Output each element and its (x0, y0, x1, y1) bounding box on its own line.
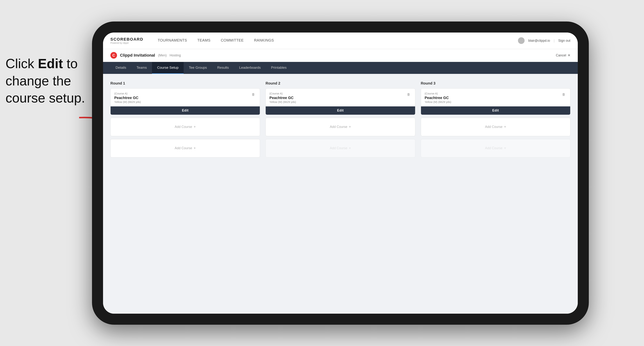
logo-subtitle: Powered by clippd (110, 42, 143, 44)
cancel-icon: ✕ (568, 53, 570, 57)
round-2-card-actions: 🗑 (406, 92, 412, 97)
tournament-bar: C Clippd Invitational (Men) Hosting Canc… (103, 49, 578, 62)
round-3-add-course-text-2: Add Course + (485, 146, 506, 150)
round-3-add-course-2: Add Course + (421, 139, 570, 158)
round-1-card-actions: 🗑 (250, 92, 256, 97)
instruction-bold: Edit (38, 56, 63, 71)
round-2-course-detail: Yellow (M) (6629 yds) (270, 100, 296, 103)
round-1-add-course-text-2: Add Course + (174, 146, 196, 150)
nav-links: TOURNAMENTS TEAMS COMMITTEE RANKINGS (152, 32, 518, 49)
tournament-info: C Clippd Invitational (Men) Hosting (110, 52, 181, 59)
top-navbar: SCOREBOARD Powered by clippd TOURNAMENTS… (103, 32, 578, 49)
round-3-course-label: (Course A) (425, 92, 451, 95)
round-1-course-name: Peachtree GC (114, 96, 141, 100)
round-1-plus-icon-1: + (194, 125, 196, 129)
round-3-course-info: (Course A) Peachtree GC Yellow (M) (6629… (425, 92, 451, 103)
tab-results[interactable]: Results (212, 62, 234, 74)
nav-rankings[interactable]: RANKINGS (249, 32, 279, 49)
round-2-header: Round 2 (266, 81, 415, 85)
round-2-course-body: (Course A) Peachtree GC Yellow (M) (6629… (266, 89, 415, 106)
round-2-column: Round 2 (Course A) Peachtree GC Yellow (… (266, 81, 415, 161)
tab-printables[interactable]: Printables (266, 62, 292, 74)
tablet-screen: SCOREBOARD Powered by clippd TOURNAMENTS… (103, 32, 578, 314)
round-3-course-name: Peachtree GC (425, 96, 451, 100)
instruction-text: Click Edit to change the course setup. (6, 55, 85, 107)
round-3-plus-icon-2: + (504, 146, 506, 150)
tournament-status: Hosting (170, 53, 181, 57)
round-1-delete-icon[interactable]: 🗑 (250, 92, 256, 97)
nav-committee[interactable]: COMMITTEE (216, 32, 249, 49)
round-2-plus-icon-1: + (349, 125, 351, 129)
tab-bar: Details Teams Course Setup Tee Groups Re… (103, 62, 578, 74)
tab-tee-groups[interactable]: Tee Groups (184, 62, 212, 74)
main-content: Round 1 (Course A) Peachtree GC Yellow (… (103, 74, 578, 314)
round-1-course-card: (Course A) Peachtree GC Yellow (M) (6629… (110, 88, 260, 115)
round-2-add-course-text-2: Add Course + (330, 146, 351, 150)
round-3-course-body: (Course A) Peachtree GC Yellow (M) (6629… (421, 89, 570, 106)
round-1-header: Round 1 (110, 81, 260, 85)
round-3-delete-icon[interactable]: 🗑 (561, 92, 566, 97)
round-1-column: Round 1 (Course A) Peachtree GC Yellow (… (110, 81, 260, 161)
tab-details[interactable]: Details (110, 62, 132, 74)
nav-right: blair@clippd.io | Sign out (518, 37, 570, 44)
round-2-course-label: (Course A) (270, 92, 296, 95)
cancel-button[interactable]: Cancel ✕ (556, 53, 570, 57)
tab-leaderboards[interactable]: Leaderboards (234, 62, 266, 74)
round-3-header: Round 3 (421, 81, 570, 85)
nav-tournaments[interactable]: TOURNAMENTS (152, 32, 192, 49)
round-2-add-course-text-1: Add Course + (330, 125, 351, 129)
round-2-edit-button[interactable]: Edit (266, 106, 415, 115)
round-2-delete-icon[interactable]: 🗑 (406, 92, 412, 97)
round-3-add-course-text-1: Add Course + (485, 125, 506, 129)
tournament-logo: C (110, 52, 117, 59)
round-1-course-body: (Course A) Peachtree GC Yellow (M) (6629… (110, 89, 260, 106)
round-1-add-course-2[interactable]: Add Course + (110, 139, 260, 158)
tab-course-setup[interactable]: Course Setup (152, 62, 184, 74)
rounds-grid: Round 1 (Course A) Peachtree GC Yellow (… (110, 81, 570, 161)
tournament-name: Clippd Invitational (120, 53, 155, 58)
round-1-add-course-text-1: Add Course + (174, 125, 196, 129)
avatar (518, 37, 524, 44)
round-2-add-course-1[interactable]: Add Course + (266, 118, 415, 136)
user-email: blair@clippd.io (528, 39, 550, 43)
tournament-division: (Men) (158, 53, 167, 57)
round-2-course-info: (Course A) Peachtree GC Yellow (M) (6629… (270, 92, 296, 103)
cancel-label: Cancel (556, 53, 566, 57)
round-1-course-detail: Yellow (M) (6629 yds) (114, 100, 141, 103)
round-2-add-course-2: Add Course + (266, 139, 415, 158)
round-3-add-course-1[interactable]: Add Course + (421, 118, 570, 136)
round-1-edit-button[interactable]: Edit (110, 106, 260, 115)
round-3-course-card: (Course A) Peachtree GC Yellow (M) (6629… (421, 88, 570, 115)
round-3-plus-icon-1: + (504, 125, 506, 129)
round-3-card-actions: 🗑 (561, 92, 566, 97)
logo-area: SCOREBOARD Powered by clippd (110, 37, 143, 44)
logo-title: SCOREBOARD (110, 37, 143, 42)
nav-teams[interactable]: TEAMS (192, 32, 216, 49)
round-1-plus-icon-2: + (194, 146, 196, 150)
sign-out-link[interactable]: Sign out (558, 39, 570, 43)
round-3-course-detail: Yellow (M) (6629 yds) (425, 100, 451, 103)
round-3-edit-button[interactable]: Edit (421, 106, 570, 115)
round-1-course-label: (Course A) (114, 92, 141, 95)
round-1-add-course-1[interactable]: Add Course + (110, 118, 260, 136)
tab-teams[interactable]: Teams (132, 62, 152, 74)
round-2-course-card: (Course A) Peachtree GC Yellow (M) (6629… (266, 88, 415, 115)
round-2-plus-icon-2: + (349, 146, 351, 150)
round-3-column: Round 3 (Course A) Peachtree GC Yellow (… (421, 81, 570, 161)
tablet-frame: SCOREBOARD Powered by clippd TOURNAMENTS… (92, 21, 589, 325)
round-2-course-name: Peachtree GC (270, 96, 296, 100)
round-1-course-info: (Course A) Peachtree GC Yellow (M) (6629… (114, 92, 141, 103)
